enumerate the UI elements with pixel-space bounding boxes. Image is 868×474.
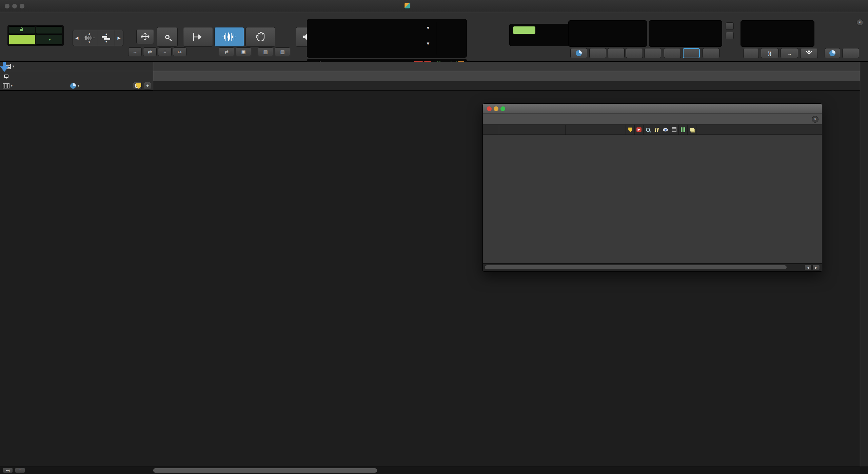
go-to-end-button[interactable] — [644, 48, 661, 58]
zoom-window-icon[interactable] — [20, 4, 24, 8]
transport-expand-button-1[interactable] — [726, 22, 734, 30]
toolbar-options-dropdown-icon[interactable]: ▼ — [856, 19, 863, 26]
marker-shield-icon — [136, 83, 141, 89]
memory-options-dropdown-icon[interactable]: ▼ — [812, 116, 818, 123]
conductor-button[interactable] — [800, 48, 818, 58]
markers-comment-icon — [4, 75, 8, 78]
zoomer-tool-button[interactable] — [157, 27, 178, 47]
loop-play-button[interactable] — [683, 48, 700, 58]
column-header-zoom-icon[interactable] — [644, 125, 652, 135]
transport-online-button[interactable] — [825, 48, 840, 58]
countoff-panel — [741, 20, 814, 47]
ruler-dropdown-icon[interactable]: ▼ — [12, 65, 15, 68]
sub-counter-dropdown-icon[interactable]: ▼ — [426, 41, 430, 46]
column-header-marker-icon[interactable] — [626, 125, 635, 135]
lock-icon — [20, 29, 23, 31]
column-header-marker-name[interactable] — [499, 125, 566, 135]
column-header-layers-icon[interactable] — [688, 125, 696, 135]
spot-mode-button[interactable] — [36, 26, 62, 34]
link-timeline-edit-button[interactable]: ⇄ — [219, 47, 234, 56]
right-minimap-strip[interactable] — [860, 62, 868, 474]
edit-selection-panel — [441, 23, 446, 23]
midi-merge-button[interactable]: → — [781, 48, 798, 58]
timecode-ruler[interactable] — [153, 62, 860, 71]
audio-zoom-button[interactable]: ▲▼ — [81, 30, 98, 46]
timebase-dropdown-icon[interactable]: ▼ — [77, 84, 80, 87]
scroll-up-button[interactable]: ↑ — [15, 468, 25, 473]
memory-close-icon[interactable] — [487, 106, 492, 111]
magnifier-icon — [165, 35, 170, 39]
edit-toolbar: ▼ ◀ ▲▼ ▲▼ ▶ → ⇄ ≡ ↦ ⇄ ▣ ▥ ▤ ▼ ▼ — [0, 12, 868, 62]
horizontal-scrollbar[interactable] — [0, 467, 868, 474]
minimize-window-icon[interactable] — [12, 4, 17, 8]
main-counter-panel: ▼ ▼ — [307, 19, 467, 58]
memory-scrollbar[interactable]: ◀ ▶ — [483, 263, 822, 271]
midi-zoom-button[interactable]: ▲▼ — [98, 30, 115, 46]
layered-editing-button[interactable]: ≡ — [158, 47, 172, 56]
mtc-button[interactable] — [842, 48, 859, 58]
stop-button[interactable] — [664, 48, 681, 58]
memory-scroll-right-button[interactable]: ▶ — [812, 265, 820, 270]
memory-window-toolbar: ▼ — [483, 114, 822, 125]
column-header-mixer-icon[interactable] — [679, 125, 688, 135]
memory-table-body — [483, 135, 822, 263]
column-header-window-icon[interactable] — [670, 125, 679, 135]
mirrored-editing-button[interactable]: ⇄ — [143, 47, 157, 56]
grid-value-button[interactable] — [513, 26, 535, 34]
main-counter-dropdown-icon[interactable]: ▼ — [426, 25, 430, 30]
column-header-number[interactable] — [483, 125, 499, 135]
zoom-out-button[interactable]: ◀ — [73, 30, 81, 46]
grabber-tool-button[interactable] — [245, 27, 275, 47]
record-button[interactable] — [703, 48, 719, 58]
zoom-cluster: ◀ ▲▼ ▲▼ ▶ — [73, 30, 123, 46]
window-titlebar — [0, 0, 868, 12]
markers-ruler[interactable] — [153, 71, 860, 81]
transport-selection-panel — [649, 20, 722, 47]
tab-end-button[interactable]: ↦ — [173, 47, 186, 56]
transport-expand-button-2[interactable] — [726, 32, 734, 39]
edit-mode-cluster: ▼ — [7, 25, 64, 46]
slip-mode-button[interactable] — [9, 35, 35, 45]
grid-mode-button[interactable]: ▼ — [36, 35, 62, 45]
online-pie-icon — [576, 50, 582, 56]
column-header-selection-icon[interactable]: ▶ — [635, 125, 644, 135]
transport-pie-icon — [829, 50, 835, 56]
ruler-spacer — [153, 81, 860, 91]
close-window-icon[interactable] — [5, 4, 9, 8]
memory-minimize-icon[interactable] — [494, 106, 498, 111]
memory-locations-window: ▼ ▶ ◀ ▶ — [482, 103, 822, 272]
metronome-countoff-button[interactable] — [743, 48, 759, 58]
rewind-button[interactable] — [608, 48, 625, 58]
session-icon — [404, 3, 410, 9]
track-list-dropdown-icon[interactable]: ▼ — [10, 84, 13, 87]
memory-zoom-icon[interactable] — [500, 106, 505, 111]
memory-table-header: ▶ — [483, 125, 822, 135]
memory-window-titlebar[interactable] — [483, 104, 822, 114]
preroll-panel — [568, 20, 647, 47]
track-list-icon[interactable] — [3, 83, 9, 88]
column-header-eye-icon[interactable] — [661, 125, 670, 135]
zoom-in-button[interactable]: ▶ — [115, 30, 123, 46]
column-header-preroll-icon[interactable] — [652, 125, 661, 135]
tab-to-transient-button[interactable]: → — [128, 47, 142, 56]
column-header-track-name[interactable] — [566, 125, 626, 135]
return-to-zero-button[interactable] — [589, 48, 606, 58]
column-header-comments[interactable] — [696, 125, 822, 135]
shuffle-mode-button[interactable] — [9, 26, 35, 34]
link-track-edit-button[interactable]: ▣ — [236, 47, 251, 56]
trim-tool-button[interactable] — [183, 27, 213, 47]
wait-for-note-button[interactable]: )) — [761, 48, 778, 58]
horizontal-scroll-thumb[interactable] — [153, 468, 377, 473]
memory-scroll-left-button[interactable]: ◀ — [804, 265, 812, 270]
scroll-left-edge-button[interactable]: ↤ — [3, 468, 13, 473]
ruler-gutter: ▼ + ▼ ▼ — [0, 62, 153, 91]
fast-forward-button[interactable] — [626, 48, 643, 58]
selector-tool-button[interactable] — [214, 27, 244, 47]
online-button[interactable] — [570, 48, 587, 58]
zoom-toggle-button[interactable] — [136, 29, 154, 44]
memory-scroll-thumb[interactable] — [485, 265, 787, 269]
insertion-follows-playback-button[interactable]: ▥ — [258, 47, 273, 56]
timebase-pie-icon[interactable] — [70, 83, 76, 89]
automation-follows-edit-button[interactable]: ▤ — [275, 47, 290, 56]
